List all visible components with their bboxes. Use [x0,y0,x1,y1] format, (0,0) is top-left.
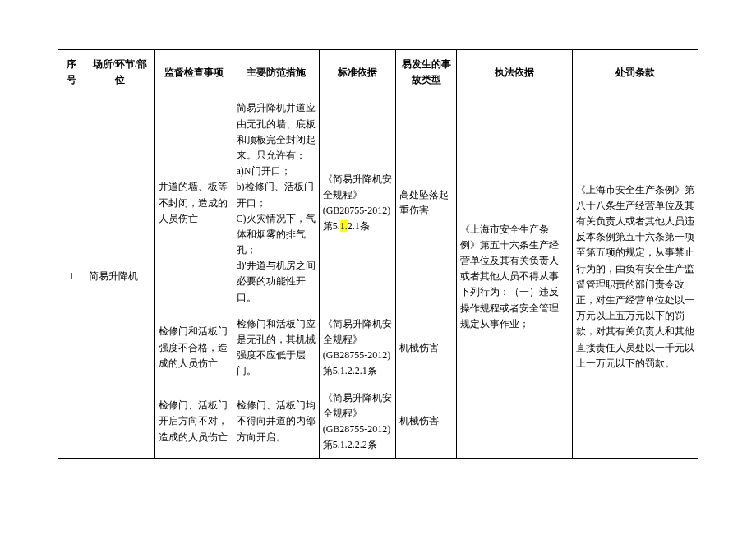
cell-measure: 简易升降机井道应由无孔的墙、底板和顶板完全封闭起来。只允许有： a)N门开口； … [233,95,319,311]
header-law: 执法依据 [457,50,572,95]
cell-seq: 1 [58,95,85,459]
cell-standard: 《简易升降机安全规程》(GB28755-2012)第5.1.2.2.2条 [319,385,395,459]
header-accident: 易发生的事故类型 [395,50,457,95]
cell-inspect: 井道的墙、板等不封闭，造成的人员伤亡 [155,95,233,311]
standard-title: 《简易升降机安全规程》 [323,173,392,201]
cell-inspect: 检修门、活板门开启方向不对，造成的人员伤亡 [155,385,233,459]
cell-standard: 《简易升降机安全规程》(GB28755-2012)第5.1.2.2.1条 [319,311,395,385]
cell-accident: 机械伤害 [395,311,457,385]
header-inspect: 监督检查事项 [155,50,233,95]
header-measure: 主要防范措施 [233,50,319,95]
cell-standard: 《简易升降机安全规程》 (GB28755-2012)第5.1.2.1条 [319,95,395,311]
cell-accident: 机械伤害 [395,385,457,459]
cell-law: 《上海市安全生产条例》第五十六条生产经营单位及其有关负责人或者其他人员不得从事下… [457,95,572,459]
standard-highlight: 1. [340,220,348,232]
table-row: 1 简易升降机 井道的墙、板等不封闭，造成的人员伤亡 简易升降机井道应由无孔的墙… [58,95,698,311]
header-standard: 标准依据 [319,50,395,95]
cell-place: 简易升降机 [85,95,154,459]
header-penalty: 处罚条款 [572,50,698,95]
safety-inspection-table: 序号 场所/环节/部位 监督检查事项 主要防范措施 标准依据 易发生的事故类型 … [58,49,698,459]
cell-measure: 检修门、活板门均不得向井道的内部方向开启。 [233,385,319,459]
table-header-row: 序号 场所/环节/部位 监督检查事项 主要防范措施 标准依据 易发生的事故类型 … [58,50,698,95]
cell-measure: 检修门和活板门应是无孔的，其机械强度不应低于层门。 [233,311,319,385]
cell-accident: 高处坠落起重伤害 [395,95,457,311]
header-seq: 序号 [58,50,85,95]
cell-penalty: 《上海市安全生产条例》第八十八条生产经营单位及其有关负责人或者其他人员违反本条例… [572,95,698,459]
cell-inspect: 检修门和活板门强度不合格，造成的人员伤亡 [155,311,233,385]
header-place: 场所/环节/部位 [85,50,154,95]
standard-tail: 2.1条 [348,220,370,232]
